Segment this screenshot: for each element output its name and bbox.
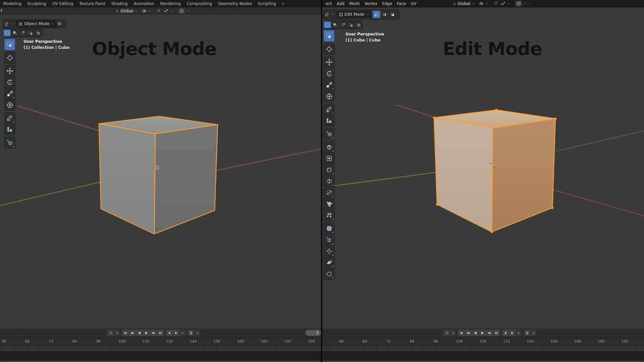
transport-jump-to-prev-keyframe[interactable] bbox=[129, 329, 136, 336]
workspace-tab-sculpting[interactable]: Sculpting bbox=[24, 0, 49, 7]
transport-play-reverse[interactable] bbox=[472, 329, 479, 336]
frame-ruler[interactable]: 4860728496108120132144156168180192 bbox=[322, 338, 644, 346]
tool-annotate[interactable] bbox=[324, 104, 334, 115]
transport-play[interactable] bbox=[143, 329, 150, 336]
transport-jump-to-start[interactable] bbox=[122, 329, 128, 336]
tool-annotate[interactable] bbox=[4, 112, 15, 124]
tool-shear[interactable] bbox=[324, 257, 334, 268]
tool-measure[interactable] bbox=[324, 115, 334, 126]
viewport-3d-object-mode[interactable]: Object Mode Vi User Perspective (1) Coll… bbox=[0, 15, 322, 328]
box-select-mode-new[interactable] bbox=[339, 21, 346, 28]
timeline-snap-button[interactable] bbox=[187, 329, 195, 336]
tool-knife[interactable] bbox=[324, 187, 334, 198]
box-select-mode-intersect[interactable] bbox=[34, 29, 42, 36]
workspace-tab-compositing[interactable]: Compositing bbox=[184, 0, 215, 7]
tool-extrude-region[interactable] bbox=[324, 141, 334, 153]
mode-dropdown[interactable]: Object Mode bbox=[16, 20, 56, 27]
tool-inset-faces[interactable] bbox=[324, 153, 334, 164]
tool-scale[interactable] bbox=[4, 88, 15, 99]
tool-cursor[interactable] bbox=[324, 43, 334, 55]
timeline-track-area[interactable] bbox=[322, 351, 644, 361]
tool-select-box[interactable] bbox=[324, 30, 334, 42]
transport-step-forward[interactable] bbox=[509, 329, 516, 336]
workspace-tab-scripting[interactable]: Scripting bbox=[255, 0, 279, 7]
select-mode-face[interactable] bbox=[389, 11, 396, 18]
workspace-tab-modeling[interactable]: Modeling bbox=[0, 0, 24, 7]
box-select-mode-set[interactable] bbox=[3, 29, 11, 36]
tool-add-cube[interactable] bbox=[324, 128, 334, 139]
transport-jump-to-next-keyframe[interactable] bbox=[150, 329, 157, 336]
tool-edge-slide[interactable] bbox=[324, 234, 334, 245]
transport-step-forward[interactable] bbox=[173, 329, 179, 336]
tool-add-cube[interactable] bbox=[4, 137, 15, 148]
tool-measure[interactable] bbox=[4, 124, 15, 135]
timeline-ticks[interactable] bbox=[322, 346, 644, 352]
menu-ect[interactable]: ect bbox=[323, 0, 334, 7]
menu-vertex[interactable]: Vertex bbox=[362, 0, 380, 7]
proportional-editing-toggle[interactable] bbox=[515, 1, 522, 6]
editor-type-dropdown[interactable] bbox=[324, 12, 335, 17]
falloff-curve-icon[interactable] bbox=[185, 8, 191, 13]
transport-jump-to-end[interactable] bbox=[493, 329, 500, 336]
auto-key-button[interactable] bbox=[107, 329, 114, 336]
tool-poly-build[interactable] bbox=[324, 198, 334, 209]
transport-play-reverse[interactable] bbox=[136, 329, 143, 336]
auto-key-button[interactable] bbox=[443, 329, 450, 336]
frame-ruler[interactable]: 4860728496108120132144156168180192204 bbox=[0, 338, 322, 346]
tool-loop-cut[interactable] bbox=[324, 175, 334, 187]
transport-play[interactable] bbox=[479, 329, 486, 336]
current-frame-field[interactable]: 1 bbox=[305, 330, 321, 336]
timeline-snap-dropdown[interactable] bbox=[195, 329, 200, 336]
timeline-snap-button[interactable] bbox=[523, 329, 531, 336]
transport-step-back[interactable] bbox=[502, 329, 508, 336]
menu-face[interactable]: Face bbox=[394, 0, 408, 7]
pivot-point-dropdown[interactable] bbox=[477, 1, 490, 6]
box-select-mode-extend[interactable] bbox=[331, 21, 339, 28]
snap-toggle-magnet-icon[interactable] bbox=[156, 8, 161, 13]
tool-transform[interactable] bbox=[324, 90, 334, 102]
transport-jump-to-start[interactable] bbox=[458, 329, 465, 336]
tool-move[interactable] bbox=[4, 65, 15, 76]
frame-step-dropdown[interactable] bbox=[180, 329, 185, 336]
workspace-tab-uv-editing[interactable]: UV Editing bbox=[49, 0, 76, 7]
tool-smooth[interactable] bbox=[324, 223, 334, 234]
transform-orientation-dropdown[interactable]: Global bbox=[451, 1, 477, 6]
tool-spin[interactable] bbox=[324, 209, 334, 221]
workspace-tab-geometry-nodes[interactable]: Geometry Nodes bbox=[215, 0, 255, 7]
tool-rotate[interactable] bbox=[324, 68, 334, 79]
workspace-tab-rendering[interactable]: Rendering bbox=[157, 0, 184, 7]
proportional-editing-toggle[interactable] bbox=[178, 8, 185, 14]
falloff-curve-icon[interactable] bbox=[523, 1, 528, 6]
snap-toggle-magnet-icon[interactable] bbox=[493, 1, 498, 6]
tool-shrink-fatten[interactable] bbox=[324, 245, 334, 257]
auto-key-dropdown[interactable] bbox=[450, 329, 456, 336]
transport-jump-to-end[interactable] bbox=[157, 329, 164, 336]
box-select-mode-subtract[interactable] bbox=[26, 29, 34, 36]
tool-rip-region[interactable] bbox=[324, 268, 334, 280]
tool-scale[interactable] bbox=[324, 79, 334, 90]
tool-select-box[interactable] bbox=[4, 39, 15, 50]
menu-edge[interactable]: Edge bbox=[380, 0, 394, 7]
menu-add[interactable]: Add bbox=[334, 0, 347, 7]
workspace-tab-shading[interactable]: Shading bbox=[108, 0, 131, 7]
timeline-snap-dropdown[interactable] bbox=[531, 329, 536, 336]
workspace-tab-plus[interactable]: + bbox=[279, 0, 287, 7]
editor-type-dropdown[interactable] bbox=[4, 21, 15, 27]
tool-rotate[interactable] bbox=[4, 76, 15, 88]
snap-target-dropdown[interactable] bbox=[162, 8, 175, 14]
box-select-mode-extend[interactable] bbox=[11, 29, 18, 36]
transport-step-back[interactable] bbox=[166, 329, 172, 336]
tool-move[interactable] bbox=[324, 56, 334, 68]
pivot-point-dropdown[interactable] bbox=[140, 8, 153, 14]
workspace-tab-animation[interactable]: Animation bbox=[130, 0, 157, 7]
tool-cursor[interactable] bbox=[4, 52, 15, 63]
select-mode-vertex[interactable] bbox=[373, 11, 380, 18]
tool-bevel[interactable] bbox=[324, 164, 334, 175]
transport-jump-to-prev-keyframe[interactable] bbox=[465, 329, 472, 336]
transport-jump-to-next-keyframe[interactable] bbox=[486, 329, 493, 336]
snap-target-dropdown[interactable] bbox=[499, 1, 512, 6]
mode-dropdown[interactable]: Edit Mode bbox=[337, 11, 371, 18]
frame-step-dropdown[interactable] bbox=[516, 329, 521, 336]
box-select-mode-set[interactable] bbox=[324, 21, 331, 28]
viewport-3d-edit-mode[interactable]: Edit Mode User Perspective (1) Cube | Cu… bbox=[322, 7, 644, 328]
